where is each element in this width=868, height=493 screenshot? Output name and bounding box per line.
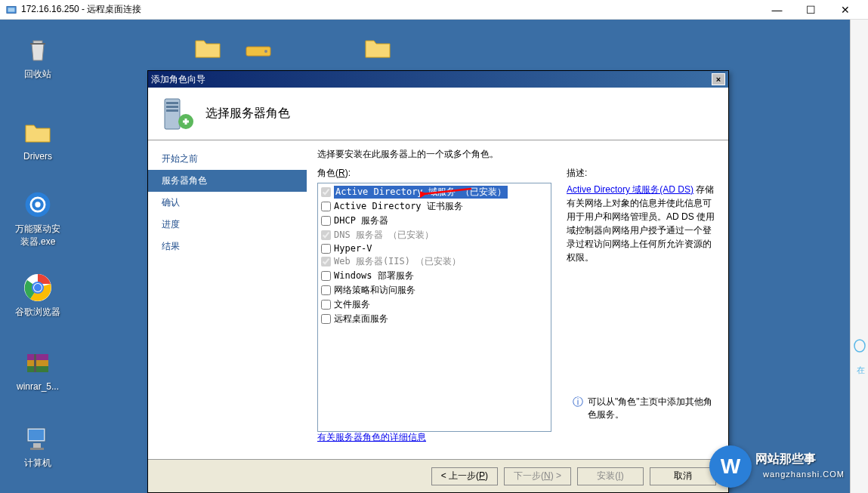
- svg-rect-23: [166, 109, 178, 112]
- svg-rect-22: [166, 106, 178, 108]
- nav-item-confirm[interactable]: 确认: [148, 192, 307, 214]
- nav-item-server-roles[interactable]: 服务器角色: [148, 170, 307, 192]
- role-checkbox[interactable]: [321, 216, 331, 226]
- desktop-icon-driver-app[interactable]: 万能驱动安装器.exe: [11, 189, 64, 248]
- role-checkbox: [321, 187, 331, 197]
- info-tip: ⓘ 可以从"角色"主页中添加其他角色服务。: [573, 396, 716, 421]
- recycle-bin-icon: [23, 35, 53, 65]
- role-ad-ds: Active Directory 域服务 （已安装）: [320, 185, 549, 199]
- drive-icon[interactable]: [243, 33, 273, 63]
- description-text: 存储有关网络上对象的信息并使此信息可用于用户和网络管理员。AD DS 使用域控制…: [567, 184, 715, 263]
- role-checkbox[interactable]: [321, 300, 331, 310]
- role-dhcp[interactable]: DHCP 服务器: [320, 214, 549, 228]
- role-iis: Web 服务器(IIS) （已安装）: [320, 254, 549, 269]
- rdc-title: 172.16.16.250 - 远程桌面连接: [21, 3, 760, 16]
- svg-rect-11: [27, 360, 48, 366]
- svg-rect-17: [30, 448, 44, 450]
- nav-item-before-begin[interactable]: 开始之前: [148, 148, 307, 170]
- desktop-icon-computer[interactable]: 计算机: [11, 424, 64, 470]
- role-file[interactable]: 文件服务: [320, 297, 549, 312]
- svg-rect-16: [33, 443, 41, 448]
- desktop-icon-drivers[interactable]: Drivers: [11, 118, 64, 162]
- role-checkbox[interactable]: [321, 285, 331, 295]
- wizard-titlebar[interactable]: 添加角色向导 ×: [148, 71, 728, 88]
- next-button: 下一步(N) >: [504, 467, 571, 485]
- icon-label: 万能驱动安装器.exe: [11, 223, 64, 248]
- svg-rect-15: [29, 430, 44, 440]
- server-role-icon: [160, 96, 196, 132]
- svg-rect-13: [34, 354, 36, 372]
- roles-listbox[interactable]: Active Directory 域服务 （已安装） Active Direct…: [317, 183, 551, 432]
- desktop-icon-winrar[interactable]: winrar_5...: [11, 348, 64, 392]
- icon-label: 计算机: [24, 457, 51, 470]
- rdc-icon: [6, 5, 17, 15]
- icon-label: Drivers: [23, 151, 52, 162]
- nav-item-progress[interactable]: 进度: [148, 214, 307, 236]
- desktop-icon-recycle-bin[interactable]: 回收站: [11, 35, 64, 81]
- gear-icon: [23, 189, 53, 220]
- close-button[interactable]: ✕: [828, 0, 862, 20]
- description-panel: 描述: Active Directory 域服务(AD DS) 存储有关网络上对…: [567, 167, 718, 432]
- role-checkbox: [321, 230, 331, 240]
- icon-label: winrar_5...: [17, 381, 59, 392]
- role-hyperv[interactable]: Hyper-V: [320, 242, 549, 254]
- svg-point-19: [264, 50, 267, 53]
- role-dns: DNS 服务器 （已安装）: [320, 228, 549, 242]
- wizard-header: 选择服务器角色: [148, 88, 728, 140]
- watermark-subtext: wangzhanshi.COM: [763, 470, 845, 479]
- role-nap[interactable]: 网络策略和访问服务: [320, 283, 549, 297]
- description-heading: 描述:: [567, 167, 718, 180]
- wizard-header-title: 选择服务器角色: [205, 106, 290, 122]
- role-checkbox[interactable]: [321, 202, 331, 211]
- svg-rect-1: [8, 8, 15, 11]
- wizard-title-text: 添加角色向导: [151, 73, 712, 86]
- right-sidebar-sliver: 在: [850, 20, 868, 493]
- nav-item-results[interactable]: 结果: [148, 236, 307, 257]
- watermark-text: 网站那些事: [755, 451, 816, 467]
- sliver-chat-icon: 在: [854, 337, 866, 374]
- archive-icon: [23, 348, 53, 378]
- wizard-close-button[interactable]: ×: [712, 73, 725, 85]
- svg-text:在: 在: [857, 365, 865, 374]
- desktop-icon-chrome[interactable]: 谷歌浏览器: [11, 273, 64, 319]
- remote-desktop-area: 回收站 Drivers 万能驱动安装器.exe 谷歌浏览器 winrar_5..…: [0, 20, 850, 493]
- description-link[interactable]: Active Directory 域服务(AD DS): [567, 184, 693, 195]
- svg-point-5: [35, 202, 40, 207]
- minimize-button[interactable]: —: [760, 0, 794, 20]
- prev-button[interactable]: < 上一步(P): [431, 467, 498, 485]
- svg-point-9: [34, 284, 42, 291]
- folder-icon[interactable]: [363, 33, 393, 63]
- computer-icon: [23, 424, 53, 454]
- role-checkbox[interactable]: [321, 271, 331, 281]
- svg-rect-12: [27, 366, 48, 372]
- install-button: 安装(I): [577, 467, 644, 485]
- role-rds[interactable]: 远程桌面服务: [320, 312, 549, 326]
- svg-rect-10: [27, 354, 48, 360]
- chrome-icon: [23, 273, 53, 303]
- svg-rect-21: [166, 102, 178, 104]
- folder-icon[interactable]: [193, 33, 223, 63]
- more-info-link[interactable]: 有关服务器角色的详细信息: [317, 431, 426, 444]
- rdc-titlebar: 172.16.16.250 - 远程桌面连接 — ☐ ✕: [0, 0, 868, 20]
- icon-label: 回收站: [24, 68, 51, 81]
- role-checkbox: [321, 257, 331, 267]
- wizard-nav: 开始之前 服务器角色 确认 进度 结果: [148, 140, 307, 459]
- rdc-window-controls: — ☐ ✕: [760, 0, 862, 20]
- wizard-content: 选择要安装在此服务器上的一个或多个角色。 角色(R): Active Direc…: [307, 140, 728, 459]
- roles-label: 角色(R):: [317, 167, 551, 180]
- svg-point-26: [854, 340, 865, 352]
- icon-label: 谷歌浏览器: [15, 306, 60, 319]
- wizard-footer: < 上一步(P) 下一步(N) > 安装(I) 取消: [148, 459, 728, 492]
- role-checkbox[interactable]: [321, 314, 331, 324]
- role-ad-cs[interactable]: Active Directory 证书服务: [320, 199, 549, 214]
- info-icon: ⓘ: [573, 396, 583, 421]
- role-wds[interactable]: Windows 部署服务: [320, 269, 549, 283]
- add-roles-wizard-dialog: 添加角色向导 × 选择服务器角色 开始之前 服务器角色 确认 进度 结果 选择要…: [147, 70, 729, 493]
- watermark-badge: W: [709, 445, 752, 488]
- folder-icon: [23, 118, 53, 148]
- role-checkbox[interactable]: [321, 244, 331, 254]
- wizard-body: 开始之前 服务器角色 确认 进度 结果 选择要安装在此服务器上的一个或多个角色。…: [148, 140, 728, 459]
- cancel-button[interactable]: 取消: [650, 467, 716, 485]
- maximize-button[interactable]: ☐: [794, 0, 828, 20]
- instruction-text: 选择要安装在此服务器上的一个或多个角色。: [317, 148, 718, 161]
